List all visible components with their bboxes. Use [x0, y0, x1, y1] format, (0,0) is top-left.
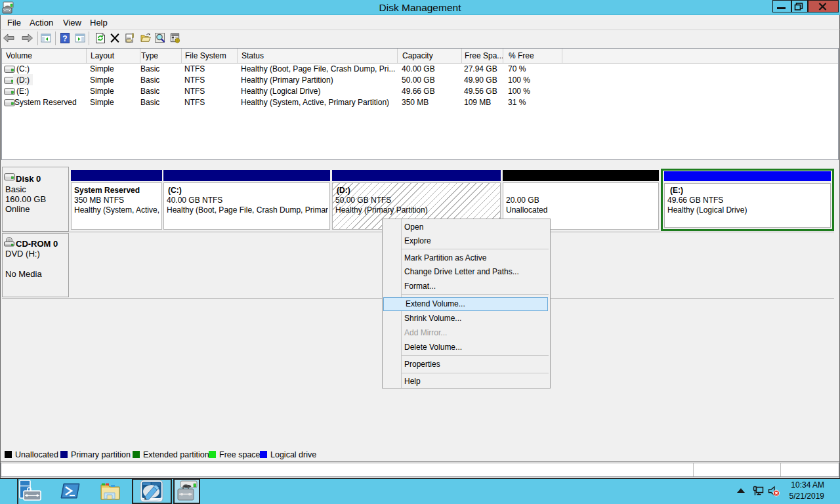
svg-text:?: ? [62, 34, 67, 43]
